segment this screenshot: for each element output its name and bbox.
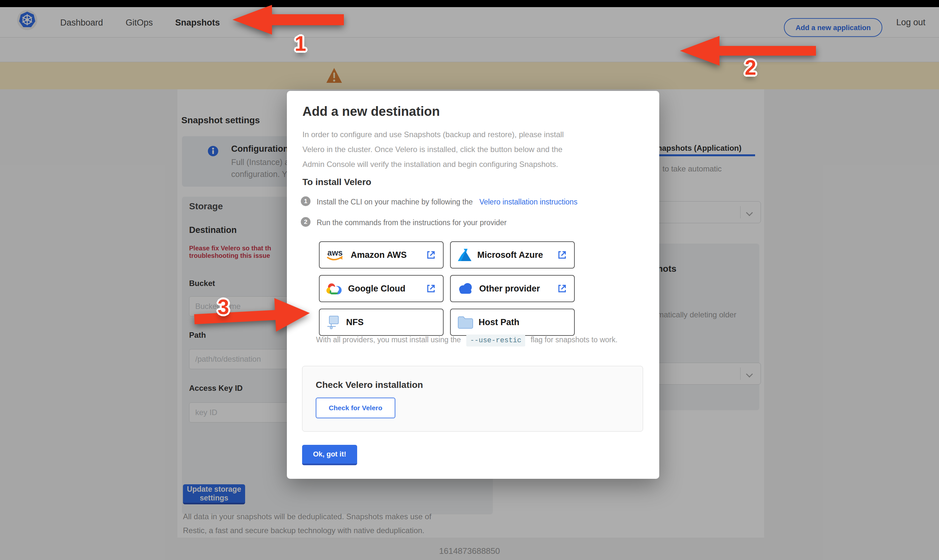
cloud-icon <box>457 282 474 295</box>
provider-microsoft-azure-button[interactable]: Microsoft Azure <box>450 242 575 269</box>
provider-label: Host Path <box>479 317 567 328</box>
annotation-number-2: 2 <box>745 55 756 80</box>
provider-label: Other provider <box>479 284 557 294</box>
modal-title: Add a new destination <box>302 104 440 119</box>
folder-icon <box>457 315 473 329</box>
annotation-number-3: 3 <box>217 295 229 319</box>
admin-console-page: Dashboard GitOps Snapshots Add a new app… <box>0 0 939 560</box>
check-velero-title: Check Velero installation <box>316 380 423 390</box>
provider-host-path-button[interactable]: Host Path <box>450 309 575 336</box>
modal-paragraph-line1: In order to configure and use Snapshots … <box>302 127 564 142</box>
external-link-icon <box>557 283 567 294</box>
step-2-text: Run the commands from the instructions f… <box>317 218 507 227</box>
annotation-number-1: 1 <box>294 32 306 55</box>
google-cloud-logo-icon <box>326 282 343 295</box>
provider-label: Google Cloud <box>348 284 426 294</box>
to-install-velero-heading: To install Velero <box>302 177 372 187</box>
svg-text:aws: aws <box>327 248 342 257</box>
annotation-arrow-3 <box>194 296 311 336</box>
velero-instructions-link[interactable]: Velero installation instructions <box>479 198 577 206</box>
external-link-icon <box>557 249 567 260</box>
provider-other-button[interactable]: Other provider <box>450 275 575 302</box>
annotation-arrow-1 <box>233 5 344 35</box>
modal-paragraph-line2: Velero in the cluster. Once Velero is in… <box>302 142 563 157</box>
restic-note: With all providers, you must install usi… <box>316 335 617 345</box>
restic-flag-code: --use-restic <box>466 334 525 346</box>
step-1-text: Install the CLI on your machine by follo… <box>317 198 577 206</box>
provider-label: NFS <box>346 317 436 328</box>
provider-google-cloud-button[interactable]: Google Cloud <box>319 275 444 302</box>
step-1-badge: 1 <box>301 196 310 206</box>
provider-amazon-aws-button[interactable]: aws Amazon AWS <box>319 242 444 269</box>
ok-got-it-button[interactable]: Ok, got it! <box>302 445 357 465</box>
provider-label: Amazon AWS <box>351 250 426 260</box>
nfs-server-icon <box>326 315 341 330</box>
add-destination-modal: Add a new destination In order to config… <box>287 91 659 479</box>
azure-logo-icon <box>457 248 472 262</box>
external-link-icon <box>426 283 436 294</box>
provider-label: Microsoft Azure <box>477 250 557 260</box>
check-for-velero-button[interactable]: Check for Velero <box>316 398 395 418</box>
external-link-icon <box>426 249 436 260</box>
provider-nfs-button[interactable]: NFS <box>319 309 444 336</box>
aws-logo-icon: aws <box>326 248 345 262</box>
step-1-label: Install the CLI on your machine by follo… <box>317 198 473 206</box>
restic-note-post: flag for snapshots to work. <box>531 335 617 344</box>
check-velero-panel: Check Velero installation Check for Vele… <box>302 366 643 432</box>
modal-paragraph-line3: Admin Console will verify the installati… <box>302 157 558 172</box>
step-2-badge: 2 <box>301 217 310 227</box>
restic-note-pre: With all providers, you must install usi… <box>316 335 461 344</box>
